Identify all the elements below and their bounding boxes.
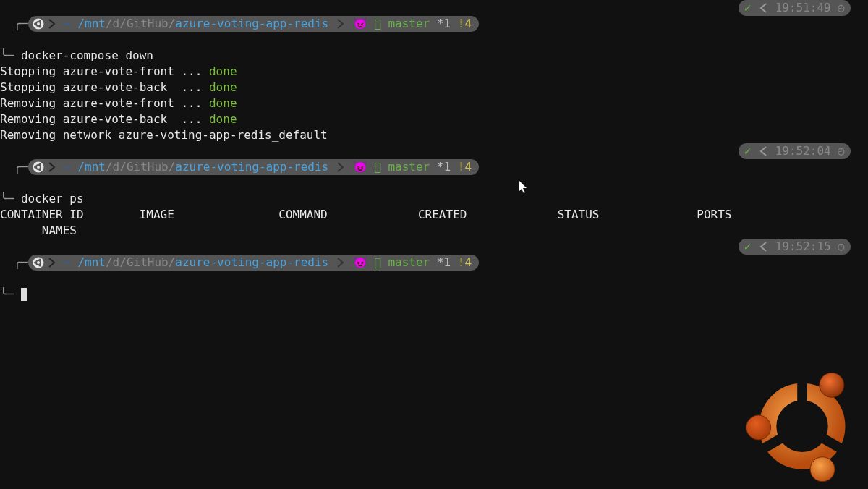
clock-icon: ◴ [838,144,845,158]
svg-point-4 [38,25,41,27]
git-branch: master [388,17,430,30]
path-seg: /d/ [106,17,127,30]
prompt-pill: ~ /mnt/d/GitHub/azure-voting-app-redis 😈… [28,159,480,175]
svg-point-14 [38,264,41,266]
check-icon: ✓ [744,1,752,14]
tilde: ~ [64,17,77,30]
output-line: Stopping azure-vote-back ... done [0,80,868,95]
clock-icon: ◴ [838,1,845,14]
chevron-left-icon [760,242,767,252]
svg-point-2 [34,22,36,25]
branch-icon: 😈 [353,17,375,30]
output-line: Stopping azure-vote-front ... done [0,64,868,80]
svg-point-21 [810,457,835,482]
time-pill: ✓ 19:52:04 ◴ [739,143,851,159]
svg-point-8 [38,163,41,165]
prompt-pill: ~ /mnt/d/GitHub/azure-voting-app-redis 😈… [28,16,480,32]
prompt-line-3: ╭─ ~ /mnt/d/GitHub/azure-voting-app-redi… [0,239,868,286]
svg-point-7 [34,166,36,168]
chevron-right-icon [337,258,344,268]
path-seg: /mnt [77,17,106,30]
terminal[interactable]: ╭─ ~ /mnt/d/GitHub/azure-voting-app-redi… [0,0,868,489]
ubuntu-icon [33,257,44,268]
svg-point-20 [746,415,771,440]
svg-point-13 [38,258,41,260]
command-line: ╰─ docker ps [0,191,868,207]
time-pill: ✓ 19:51:49 ◴ [739,0,851,16]
ubuntu-icon [33,18,44,30]
git-star: *1 [437,17,451,30]
ubuntu-icon [33,161,44,173]
prompt-pill: ~ /mnt/d/GitHub/azure-voting-app-redis 😈… [28,255,480,271]
command: docker ps [21,192,84,205]
cursor [21,288,27,301]
chevron-right-icon [48,19,56,29]
prompt-line-1: ╭─ ~ /mnt/d/GitHub/azure-voting-app-redi… [0,0,868,48]
chevron-left-icon [760,146,767,156]
svg-point-3 [38,20,41,22]
clock-icon: ◴ [838,239,845,253]
command-line-active[interactable]: ╰─ [0,286,868,302]
check-icon: ✓ [744,144,752,158]
time-pill: ✓ 19:52:15 ◴ [739,239,851,255]
check-icon: ✓ [744,239,752,253]
git-bang: !4 [458,17,472,30]
command: docker-compose down [21,48,153,62]
path-seg: GitHub [127,17,169,30]
chevron-right-icon [337,19,344,29]
svg-point-9 [38,169,41,171]
ps-header: CONTAINER ID IMAGE COMMAND CREATED STATU… [0,207,868,223]
svg-point-12 [34,261,36,263]
chevron-right-icon [48,258,56,268]
ubuntu-logo [741,362,864,485]
ps-header-2: NAMES [0,223,868,239]
mouse-pointer-icon [519,181,528,194]
prompt-line-2: ╭─ ~ /mnt/d/GitHub/azure-voting-app-redi… [0,143,868,191]
connector-top: ╭─ [14,17,27,30]
output-line: Removing azure-vote-front ... done [0,95,868,111]
chevron-right-icon [48,162,56,172]
path-seg: / [169,17,176,30]
git-branch-icon:  [374,17,388,30]
svg-point-19 [820,373,844,397]
time-text: 19:51:49 [775,1,831,14]
command-line: ╰─ docker-compose down [0,48,868,64]
output-line: Removing azure-vote-back ... done [0,111,868,127]
output-line: Removing network azure-voting-app-redis_… [0,127,868,143]
chevron-right-icon [337,162,344,172]
repo-name: azure-voting-app-redis [175,17,328,30]
chevron-left-icon [760,3,767,13]
